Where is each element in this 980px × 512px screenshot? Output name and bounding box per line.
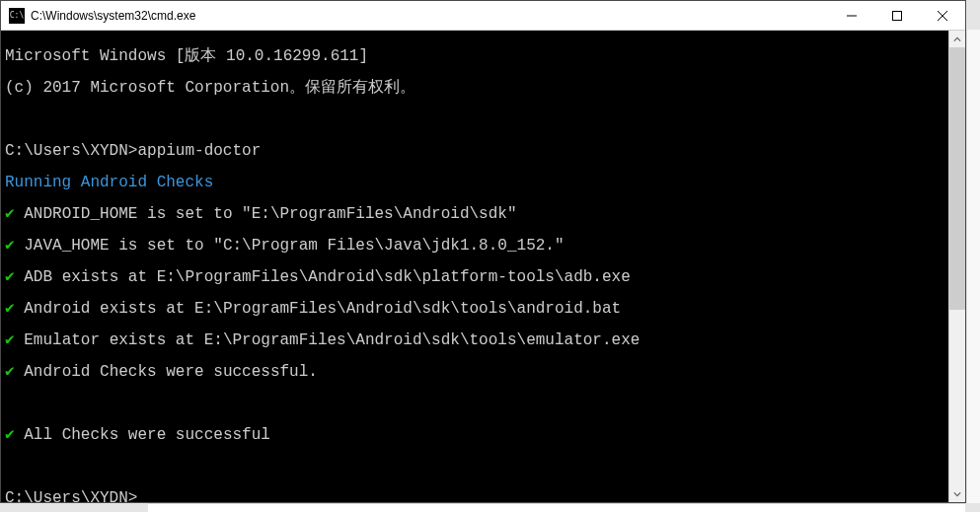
minimize-button[interactable] xyxy=(829,1,874,30)
output-line: (c) 2017 Microsoft Corporation。保留所有权利。 xyxy=(5,80,948,96)
prompt-command: appium-doctor xyxy=(137,142,261,160)
check-text: Android Checks were successful. xyxy=(15,363,318,381)
scroll-track[interactable] xyxy=(949,47,965,485)
chevron-up-icon xyxy=(953,36,961,43)
output-line: Microsoft Windows [版本 10.0.16299.611] xyxy=(5,48,948,64)
checkmark-icon: ✔ xyxy=(5,363,15,381)
check-line: ✔ JAVA_HOME is set to "C:\Program Files\… xyxy=(5,238,948,254)
chevron-down-icon xyxy=(953,490,961,498)
checkmark-icon: ✔ xyxy=(5,237,15,255)
check-line: ✔ Android Checks were successful. xyxy=(5,364,948,380)
checkmark-icon: ✔ xyxy=(5,331,15,349)
check-text: ADB exists at E:\ProgramFiles\Android\sd… xyxy=(15,268,631,286)
status-line: Running Android Checks xyxy=(5,175,948,190)
scroll-up-button[interactable] xyxy=(949,31,965,47)
check-line: ✔ ADB exists at E:\ProgramFiles\Android\… xyxy=(5,269,948,285)
checkmark-icon: ✔ xyxy=(5,268,15,286)
checkmark-icon: ✔ xyxy=(5,205,15,223)
scroll-thumb[interactable] xyxy=(949,47,965,310)
background-window-edge-right xyxy=(966,30,980,503)
check-line: ✔ Android exists at E:\ProgramFiles\Andr… xyxy=(5,301,948,317)
check-line: ✔ All Checks were successful xyxy=(5,427,948,443)
background-window-edge-bottom xyxy=(148,503,965,512)
check-text: ANDROID_HOME is set to "E:\ProgramFiles\… xyxy=(15,205,517,223)
check-text: Android exists at E:\ProgramFiles\Androi… xyxy=(15,300,622,318)
cmd-icon: C:\ xyxy=(9,8,25,24)
prompt-path: C:\Users\XYDN> xyxy=(5,489,137,502)
checkmark-icon: ✔ xyxy=(5,426,15,444)
check-line: ✔ ANDROID_HOME is set to "E:\ProgramFile… xyxy=(5,206,948,222)
close-icon xyxy=(938,11,947,21)
prompt-line: C:\Users\XYDN>appium-doctor xyxy=(5,143,948,159)
check-text: JAVA_HOME is set to "C:\Program Files\Ja… xyxy=(15,237,565,255)
check-line: ✔ Emulator exists at E:\ProgramFiles\And… xyxy=(5,332,948,348)
output-line xyxy=(5,459,948,475)
terminal-area: Microsoft Windows [版本 10.0.16299.611] (c… xyxy=(1,31,965,502)
window-controls xyxy=(829,1,965,30)
check-text: Emulator exists at E:\ProgramFiles\Andro… xyxy=(15,331,641,349)
maximize-button[interactable] xyxy=(874,1,920,30)
check-text: All Checks were successful xyxy=(15,426,270,444)
titlebar[interactable]: C:\ C:\Windows\system32\cmd.exe xyxy=(1,1,965,31)
output-line xyxy=(5,396,948,411)
terminal-output[interactable]: Microsoft Windows [版本 10.0.16299.611] (c… xyxy=(1,31,948,502)
vertical-scrollbar[interactable] xyxy=(948,31,965,502)
minimize-icon xyxy=(847,11,857,21)
output-line xyxy=(5,111,948,127)
window-title: C:\Windows\system32\cmd.exe xyxy=(31,9,829,23)
prompt-line: C:\Users\XYDN> xyxy=(5,490,948,502)
checkmark-icon: ✔ xyxy=(5,300,15,318)
maximize-icon xyxy=(892,11,902,21)
prompt-path: C:\Users\XYDN> xyxy=(5,142,137,160)
close-button[interactable] xyxy=(920,1,965,30)
cmd-window: C:\ C:\Windows\system32\cmd.exe Microsof… xyxy=(0,0,966,503)
svg-rect-1 xyxy=(893,11,902,20)
scroll-down-button[interactable] xyxy=(949,485,965,502)
